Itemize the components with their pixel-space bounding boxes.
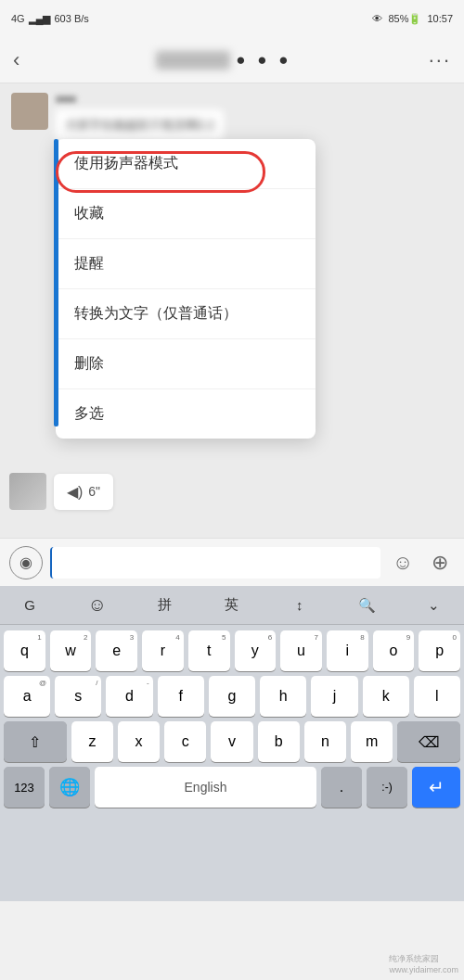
key-j[interactable]: j xyxy=(311,676,357,717)
toolbar-emoji[interactable]: ☺ xyxy=(81,594,114,616)
accent-bar xyxy=(54,139,58,426)
keyboard-toolbar: G ☺ 拼 英 ↕ 🔍 ⌄ xyxy=(0,586,464,625)
key-q[interactable]: q1 xyxy=(4,630,45,671)
status-left: 4G ▂▄▆ 603 B/s xyxy=(11,13,89,25)
key-l[interactable]: l xyxy=(414,676,460,717)
key-globe[interactable]: 🌐 xyxy=(49,767,90,808)
key-x[interactable]: x xyxy=(118,721,160,762)
key-p[interactable]: p0 xyxy=(419,630,460,671)
keyboard: G ☺ 拼 英 ↕ 🔍 ⌄ q1 w2 e3 r4 t5 y6 u7 i8 o9… xyxy=(0,586,464,901)
toolbar-search[interactable]: 🔍 xyxy=(350,597,383,614)
key-m[interactable]: m xyxy=(351,721,393,762)
key-v[interactable]: v xyxy=(211,721,252,762)
key-e[interactable]: e3 xyxy=(96,630,137,671)
voice-toggle-icon: ◉ xyxy=(19,554,32,571)
contact-name: ● ● ● xyxy=(236,51,291,70)
context-menu-item-convert[interactable]: 转换为文字（仅普通话） xyxy=(56,289,316,339)
status-bar: 4G ▂▄▆ 603 B/s 👁 85%🔋 10:57 xyxy=(0,0,464,37)
more-button[interactable]: ··· xyxy=(429,48,451,72)
key-a[interactable]: a@ xyxy=(4,676,50,717)
key-t[interactable]: t5 xyxy=(188,630,230,671)
key-y[interactable]: y6 xyxy=(235,630,277,671)
key-z[interactable]: z xyxy=(71,721,113,762)
key-g[interactable]: g xyxy=(209,676,255,717)
data-speed: 603 B/s xyxy=(54,13,88,24)
keyboard-row-2: a@ s/ d- f g h j k l xyxy=(4,676,460,717)
title-bar: ‹ ● ● ● ··· xyxy=(0,37,464,83)
key-space[interactable]: English xyxy=(95,767,316,808)
input-bar: ◉ ☺ ⊕ xyxy=(0,538,464,586)
contact-name-area: ● ● ● xyxy=(156,51,291,70)
key-emoticon[interactable]: :-) xyxy=(367,767,407,808)
emoji-button[interactable]: ☺ xyxy=(388,548,418,578)
key-numbers[interactable]: 123 xyxy=(4,767,45,808)
chat-area: ■■■ 大班字生能超距只笔亘咧2.2 使用扬声器模式 收藏 提醒 转换为文字（仅… xyxy=(0,83,464,538)
toolbar-cursor[interactable]: ↕ xyxy=(283,597,316,613)
voice-toggle-button[interactable]: ◉ xyxy=(9,546,43,579)
context-menu-item-delete[interactable]: 删除 xyxy=(56,339,316,389)
key-o[interactable]: o9 xyxy=(373,630,415,671)
key-s[interactable]: s/ xyxy=(55,676,101,717)
watermark: 纯净系统家园 www.yidaimer.com xyxy=(389,953,458,974)
status-right: 👁 85%🔋 10:57 xyxy=(372,13,453,25)
key-delete[interactable]: ⌫ xyxy=(397,721,460,762)
signal-icon: 4G xyxy=(11,13,25,24)
keyboard-keys: q1 w2 e3 r4 t5 y6 u7 i8 o9 p0 a@ s/ d- f… xyxy=(0,625,464,808)
key-k[interactable]: k xyxy=(363,676,409,717)
key-i[interactable]: i8 xyxy=(327,630,368,671)
keyboard-row-3: ⇧ z x c v b n m ⌫ xyxy=(4,721,460,762)
key-r[interactable]: r4 xyxy=(142,630,184,671)
context-menu: 使用扬声器模式 收藏 提醒 转换为文字（仅普通话） 删除 多选 xyxy=(56,139,316,439)
wifi-icon: ▂▄▆ xyxy=(29,13,51,25)
message-input[interactable] xyxy=(50,547,380,579)
keyboard-row-4: 123 🌐 English . :-) ↵ xyxy=(4,767,460,808)
toolbar-english[interactable]: 英 xyxy=(215,596,249,614)
key-shift[interactable]: ⇧ xyxy=(4,721,67,762)
context-menu-item-multiselect[interactable]: 多选 xyxy=(56,389,316,439)
key-d[interactable]: d- xyxy=(106,676,152,717)
time-display: 10:57 xyxy=(427,13,453,24)
toolbar-collapse[interactable]: ⌄ xyxy=(418,597,451,614)
key-b[interactable]: b xyxy=(258,721,300,762)
emoji-icon: ☺ xyxy=(393,551,413,575)
key-w[interactable]: w2 xyxy=(50,630,92,671)
toolbar-google[interactable]: G xyxy=(13,597,46,613)
add-button[interactable]: ⊕ xyxy=(425,548,455,578)
add-icon: ⊕ xyxy=(432,551,448,575)
avatar-thumbnail xyxy=(156,51,230,70)
keyboard-row-1: q1 w2 e3 r4 t5 y6 u7 i8 o9 p0 xyxy=(4,630,460,671)
key-u[interactable]: u7 xyxy=(280,630,322,671)
key-period[interactable]: . xyxy=(321,767,362,808)
back-button[interactable]: ‹ xyxy=(13,48,19,72)
eye-icon: 👁 xyxy=(372,13,382,24)
key-return[interactable]: ↵ xyxy=(412,767,460,808)
key-f[interactable]: f xyxy=(158,676,204,717)
context-menu-item-collect[interactable]: 收藏 xyxy=(56,189,316,239)
toolbar-pinyin[interactable]: 拼 xyxy=(148,596,181,614)
key-n[interactable]: n xyxy=(304,721,346,762)
battery-indicator: 85%🔋 xyxy=(388,13,421,25)
context-menu-item-remind[interactable]: 提醒 xyxy=(56,239,316,289)
context-menu-overlay[interactable]: 使用扬声器模式 收藏 提醒 转换为文字（仅普通话） 删除 多选 xyxy=(0,83,464,538)
context-menu-item-speaker[interactable]: 使用扬声器模式 xyxy=(56,139,316,189)
key-h[interactable]: h xyxy=(260,676,306,717)
key-c[interactable]: c xyxy=(164,721,206,762)
